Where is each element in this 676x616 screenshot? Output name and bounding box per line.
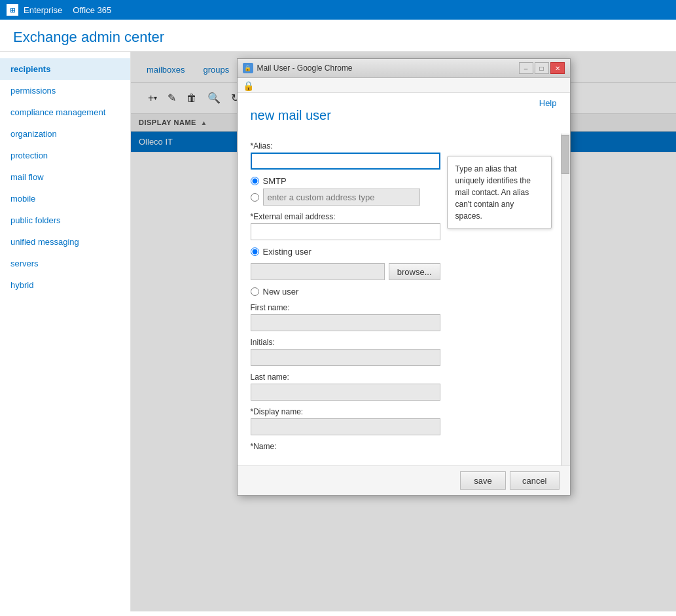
main-layout: recipients permissions compliance manage… (0, 52, 676, 611)
sidebar-item-servers[interactable]: servers (0, 253, 130, 274)
suite-name: Office 365 (73, 5, 111, 15)
initials-group: Initials: (251, 338, 440, 366)
new-user-radio-item: New user (251, 287, 440, 297)
dialog-scrollbar[interactable] (561, 134, 570, 465)
chrome-titlebar: 🔒 Mail User - Google Chrome – □ ✕ (238, 59, 570, 78)
alias-tooltip: Type an alias that uniquely identifies t… (447, 156, 552, 229)
smtp-label: SMTP (263, 176, 287, 186)
content-area: mailboxes groups resources contacts shar… (131, 52, 676, 611)
initials-label: Initials: (251, 338, 440, 347)
display-name-input[interactable] (251, 418, 440, 435)
smtp-radio[interactable] (251, 177, 259, 185)
modal-overlay: 🔒 Mail User - Google Chrome – □ ✕ 🔒 (131, 52, 676, 611)
sidebar-item-compliance-management[interactable]: compliance management (0, 101, 130, 123)
app-logo: ⊞ (7, 4, 18, 16)
last-name-input[interactable] (251, 384, 440, 401)
external-email-input[interactable] (251, 223, 440, 240)
sidebar-item-hybrid[interactable]: hybrid (0, 274, 130, 296)
product-name: Enterprise (24, 5, 62, 15)
dialog-title: new mail user (238, 108, 570, 123)
page-title: Exchange admin center (13, 29, 663, 46)
external-email-group: *External email address: (251, 212, 440, 240)
alias-group: *Alias: (251, 141, 440, 170)
custom-address-input[interactable] (263, 189, 420, 206)
name-label: *Name: (251, 442, 440, 451)
initials-input[interactable] (251, 349, 440, 366)
sidebar-item-mobile[interactable]: mobile (0, 188, 130, 209)
existing-user-input[interactable] (251, 263, 385, 280)
sidebar-item-unified-messaging[interactable]: unified messaging (0, 231, 130, 253)
browse-button[interactable]: browse... (389, 263, 440, 280)
new-user-group: New user (251, 287, 440, 297)
dialog-addressbar: 🔒 (238, 78, 570, 93)
chrome-title-left: 🔒 Mail User - Google Chrome (243, 63, 353, 73)
dialog-scroll-area: *Alias: SMTP (238, 134, 570, 465)
first-name-label: First name: (251, 303, 440, 312)
dialog-footer: save cancel (238, 465, 570, 495)
close-button[interactable]: ✕ (550, 62, 565, 74)
chrome-title-text: Mail User - Google Chrome (257, 63, 353, 73)
existing-user-radio[interactable] (251, 247, 259, 256)
sidebar-item-protection[interactable]: protection (0, 145, 130, 166)
browse-row: browse... (251, 263, 440, 280)
sidebar-item-organization[interactable]: organization (0, 123, 130, 145)
dialog-content: 🔒 Help new mail user (238, 78, 570, 495)
maximize-button[interactable]: □ (535, 62, 549, 74)
chrome-icon: 🔒 (243, 63, 253, 73)
last-name-group: Last name: (251, 372, 440, 401)
smtp-radio-item: SMTP (251, 176, 440, 186)
custom-radio-item (251, 189, 440, 206)
chrome-controls: – □ ✕ (519, 62, 565, 74)
first-name-input[interactable] (251, 314, 440, 331)
existing-user-radio-item: Existing user (251, 247, 440, 257)
sidebar-item-recipients[interactable]: recipients (0, 58, 130, 80)
minimize-button[interactable]: – (519, 62, 533, 74)
first-name-group: First name: (251, 303, 440, 331)
sidebar: recipients permissions compliance manage… (0, 52, 131, 611)
alias-input[interactable] (251, 153, 440, 170)
sidebar-item-public-folders[interactable]: public folders (0, 209, 130, 231)
sidebar-item-mail-flow[interactable]: mail flow (0, 166, 130, 188)
lock-icon: 🔒 (243, 81, 252, 90)
name-group: *Name: (251, 442, 440, 451)
display-name-group: *Display name: (251, 407, 440, 435)
page-header: Exchange admin center (0, 20, 676, 52)
external-email-label: *External email address: (251, 212, 440, 221)
display-name-label: *Display name: (251, 407, 440, 416)
help-link[interactable]: Help (238, 93, 570, 108)
save-button[interactable]: save (460, 471, 506, 490)
dialog-body: *Alias: SMTP (238, 134, 561, 465)
address-type-group: SMTP (251, 176, 440, 206)
alias-label: *Alias: (251, 141, 440, 151)
top-bar: ⊞ Enterprise Office 365 (0, 0, 676, 20)
user-type-group: Existing user (251, 247, 440, 257)
sidebar-item-permissions[interactable]: permissions (0, 80, 130, 101)
new-user-label: New user (263, 287, 299, 297)
last-name-label: Last name: (251, 372, 440, 382)
custom-radio[interactable] (251, 193, 259, 202)
cancel-button[interactable]: cancel (510, 471, 560, 490)
chrome-window: 🔒 Mail User - Google Chrome – □ ✕ 🔒 (237, 58, 571, 496)
dialog-form: *Alias: SMTP (251, 141, 440, 458)
existing-user-label: Existing user (263, 247, 311, 257)
scroll-thumb[interactable] (561, 135, 569, 174)
new-user-radio[interactable] (251, 287, 259, 296)
